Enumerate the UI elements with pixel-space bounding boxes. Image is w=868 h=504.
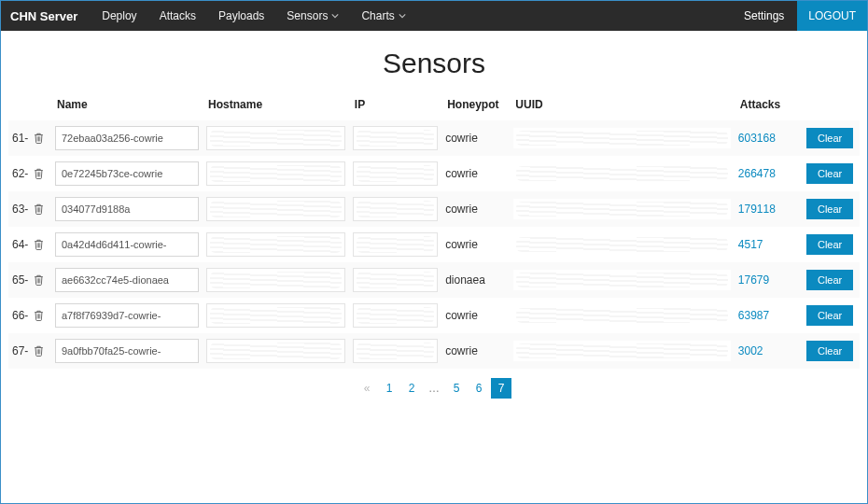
pager-page-2[interactable]: 2 (401, 378, 422, 399)
logout-button[interactable]: LOGOUT (797, 1, 867, 31)
hostname-input[interactable] (206, 339, 345, 363)
row-index: 62- (8, 156, 51, 191)
nav-item-charts[interactable]: Charts (350, 1, 416, 31)
table-row: 61- cowrie603168Clear (8, 120, 860, 156)
ip-input[interactable] (353, 339, 438, 363)
name-input[interactable] (55, 126, 199, 150)
table-row: 65- dionaea17679Clear (8, 262, 860, 298)
attacks-link[interactable]: 266478 (738, 167, 776, 180)
row-index: 65- (8, 262, 51, 298)
uuid-cell (513, 234, 730, 255)
pager-page-1[interactable]: 1 (379, 378, 399, 399)
nav-item-deploy[interactable]: Deploy (91, 1, 147, 31)
clear-button[interactable]: Clear (806, 341, 853, 361)
clear-button[interactable]: Clear (806, 234, 853, 255)
name-input[interactable] (55, 232, 199, 257)
trash-icon[interactable] (34, 274, 44, 286)
nav-item-sensors[interactable]: Sensors (275, 1, 350, 31)
ip-input[interactable] (353, 197, 438, 221)
table-row: 64- cowrie4517Clear (8, 227, 860, 262)
uuid-cell (513, 305, 730, 326)
clear-button[interactable]: Clear (806, 128, 853, 148)
uuid-cell (513, 199, 730, 219)
honeypot-cell: cowrie (441, 191, 510, 227)
name-input[interactable] (55, 303, 199, 328)
table-row: 62- cowrie266478Clear (8, 156, 860, 191)
hostname-input[interactable] (206, 268, 345, 292)
trash-icon[interactable] (34, 168, 44, 179)
honeypot-cell: cowrie (441, 333, 510, 369)
nav-item-payloads[interactable]: Payloads (207, 1, 275, 31)
chevron-down-icon (399, 12, 406, 20)
row-index: 64- (8, 227, 51, 262)
honeypot-cell: cowrie (441, 120, 510, 156)
uuid-cell (513, 341, 730, 361)
row-index: 61- (8, 120, 51, 156)
pagination: «12…567 (8, 378, 860, 399)
chevron-down-icon (331, 12, 339, 20)
trash-icon[interactable] (34, 345, 44, 357)
attacks-link[interactable]: 17679 (738, 273, 769, 287)
sensors-table: Name Hostname IP Honeypot UUID Attacks 6… (8, 92, 860, 369)
hostname-input[interactable] (206, 232, 345, 257)
trash-icon[interactable] (34, 310, 44, 321)
clear-button[interactable]: Clear (806, 305, 853, 326)
nav-item-attacks[interactable]: Attacks (148, 1, 207, 31)
pager-prev[interactable]: « (357, 378, 377, 399)
col-attacks: Attacks (735, 92, 803, 120)
uuid-cell (513, 163, 730, 184)
trash-icon[interactable] (34, 203, 44, 215)
hostname-input[interactable] (206, 161, 345, 186)
honeypot-cell: cowrie (441, 156, 510, 191)
table-row: 66- cowrie63987Clear (8, 298, 860, 333)
row-index: 67- (8, 333, 51, 369)
honeypot-cell: cowrie (441, 227, 510, 262)
col-hostname: Hostname (203, 92, 349, 120)
brand: CHN Server (1, 9, 91, 23)
row-index: 66- (8, 298, 51, 333)
ip-input[interactable] (353, 161, 438, 186)
table-row: 67- cowrie3002Clear (8, 333, 860, 369)
hostname-input[interactable] (206, 303, 345, 328)
uuid-cell (513, 270, 730, 290)
hostname-input[interactable] (206, 126, 345, 150)
name-input[interactable] (55, 161, 199, 186)
ip-input[interactable] (353, 126, 438, 150)
navbar: CHN Server DeployAttacksPayloadsSensorsC… (1, 1, 867, 31)
ip-input[interactable] (353, 268, 438, 292)
name-input[interactable] (55, 197, 199, 221)
nav-settings[interactable]: Settings (731, 9, 797, 22)
col-uuid: UUID (510, 92, 734, 120)
uuid-cell (513, 128, 730, 148)
name-input[interactable] (55, 339, 199, 363)
col-honeypot: Honeypot (441, 92, 510, 120)
pager-page-5[interactable]: 5 (446, 378, 467, 399)
name-input[interactable] (55, 268, 199, 292)
ip-input[interactable] (353, 232, 438, 257)
table-row: 63- cowrie179118Clear (8, 191, 860, 227)
pager-ellipsis: … (424, 378, 444, 399)
ip-input[interactable] (353, 303, 438, 328)
attacks-link[interactable]: 179118 (738, 203, 776, 216)
attacks-link[interactable]: 3002 (738, 344, 763, 357)
clear-button[interactable]: Clear (806, 270, 853, 290)
honeypot-cell: dionaea (441, 262, 510, 298)
trash-icon[interactable] (34, 239, 44, 250)
clear-button[interactable]: Clear (806, 199, 853, 219)
row-index: 63- (8, 191, 51, 227)
table-header-row: Name Hostname IP Honeypot UUID Attacks (8, 92, 860, 120)
hostname-input[interactable] (206, 197, 345, 221)
honeypot-cell: cowrie (441, 298, 510, 333)
col-name: Name (51, 92, 203, 120)
pager-page-6[interactable]: 6 (469, 378, 489, 399)
page-title: Sensors (8, 48, 860, 79)
attacks-link[interactable]: 4517 (738, 238, 763, 251)
attacks-link[interactable]: 603168 (738, 132, 776, 145)
col-ip: IP (349, 92, 441, 120)
pager-page-7[interactable]: 7 (491, 378, 511, 399)
attacks-link[interactable]: 63987 (738, 309, 769, 322)
clear-button[interactable]: Clear (806, 163, 853, 184)
trash-icon[interactable] (34, 133, 44, 144)
